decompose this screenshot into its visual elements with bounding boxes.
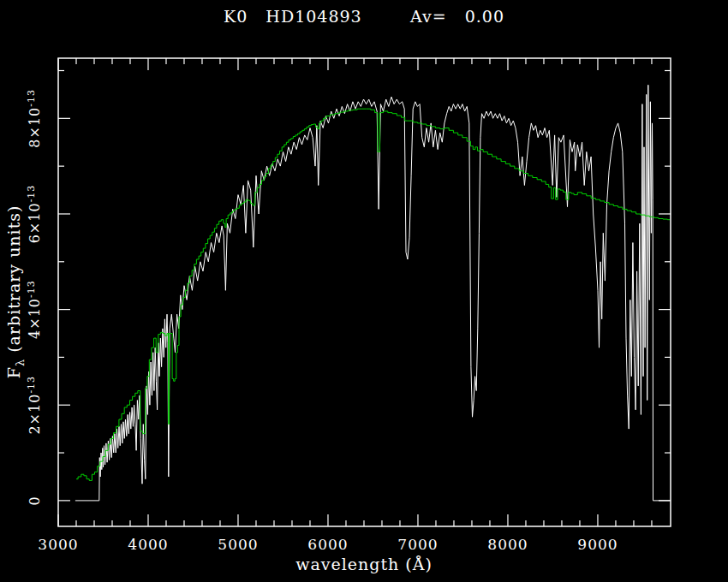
observed-spectrum-line xyxy=(75,85,670,501)
x-tick-label: 8000 xyxy=(487,536,528,553)
x-tick-label: 3000 xyxy=(38,536,78,553)
x-tick-label: 4000 xyxy=(128,536,168,553)
y-tick-label: 6×10-13 xyxy=(26,185,43,244)
spectrum-plot-window: K0 HD104893 Av= 0.00 3000400050006000700… xyxy=(0,0,728,582)
flux-symbol: F xyxy=(4,366,23,378)
x-tick-label: 9000 xyxy=(577,536,618,553)
axis-ticks xyxy=(58,58,671,526)
x-tick-labels: 3000400050006000700080009000 xyxy=(38,536,618,553)
x-tick-label: 5000 xyxy=(218,536,258,553)
y-tick-label: 4×10-13 xyxy=(26,280,43,339)
plot-canvas: 300040005000600070008000900002×10-134×10… xyxy=(0,0,728,582)
x-tick-label: 6000 xyxy=(307,536,348,553)
x-axis-label: wavelength (Å) xyxy=(0,555,728,573)
y-tick-labels: 02×10-134×10-136×10-138×10-13 xyxy=(26,89,43,505)
y-tick-label: 8×10-13 xyxy=(26,89,43,148)
axis-box xyxy=(58,58,671,526)
y-axis-label-units: (arbitrary units) xyxy=(4,205,23,359)
y-axis-label: Fλ (arbitrary units) xyxy=(4,193,27,390)
template-spectrum-line xyxy=(76,109,670,480)
y-tick-label: 0 xyxy=(27,496,43,505)
x-axis-label-text: wavelength (Å) xyxy=(295,555,433,573)
flux-subscript-lambda: λ xyxy=(14,359,27,366)
y-tick-label: 2×10-13 xyxy=(26,376,43,435)
x-tick-label: 7000 xyxy=(397,536,438,553)
